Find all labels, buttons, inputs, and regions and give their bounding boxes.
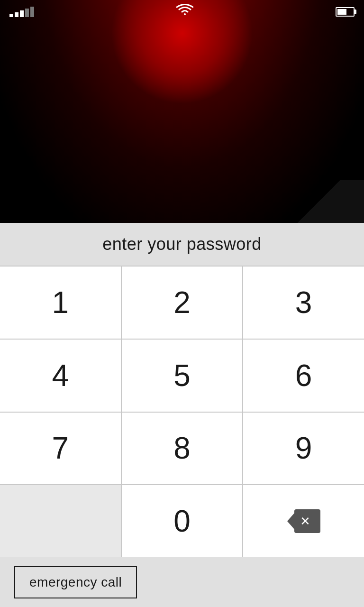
backspace-button[interactable]: ✕ bbox=[243, 485, 364, 557]
key-8[interactable]: 8 bbox=[122, 413, 243, 485]
key-4[interactable]: 4 bbox=[0, 340, 121, 412]
key-5[interactable]: 5 bbox=[122, 340, 243, 412]
key-9[interactable]: 9 bbox=[243, 413, 364, 485]
key-0[interactable]: 0 bbox=[122, 485, 243, 557]
key-7[interactable]: 7 bbox=[0, 413, 121, 485]
password-prompt-text: enter your password bbox=[102, 234, 262, 254]
key-6[interactable]: 6 bbox=[243, 340, 364, 412]
signal-strength-icon bbox=[9, 7, 34, 17]
status-bar bbox=[0, 0, 364, 24]
emergency-call-button[interactable]: emergency call bbox=[14, 566, 137, 598]
keypad-grid: 1 2 3 4 5 6 7 8 9 0 ✕ bbox=[0, 266, 364, 557]
keypad-area: enter your password 1 2 3 4 5 6 7 8 9 0 … bbox=[0, 223, 364, 607]
key-1[interactable]: 1 bbox=[0, 267, 121, 339]
key-2[interactable]: 2 bbox=[122, 267, 243, 339]
wallpaper bbox=[0, 0, 364, 228]
key-3[interactable]: 3 bbox=[243, 267, 364, 339]
backspace-icon: ✕ bbox=[287, 509, 320, 533]
wifi-icon bbox=[176, 4, 193, 20]
password-prompt: enter your password bbox=[0, 223, 364, 266]
battery-icon bbox=[336, 7, 355, 17]
emergency-area: emergency call bbox=[0, 557, 364, 607]
key-empty bbox=[0, 485, 121, 557]
